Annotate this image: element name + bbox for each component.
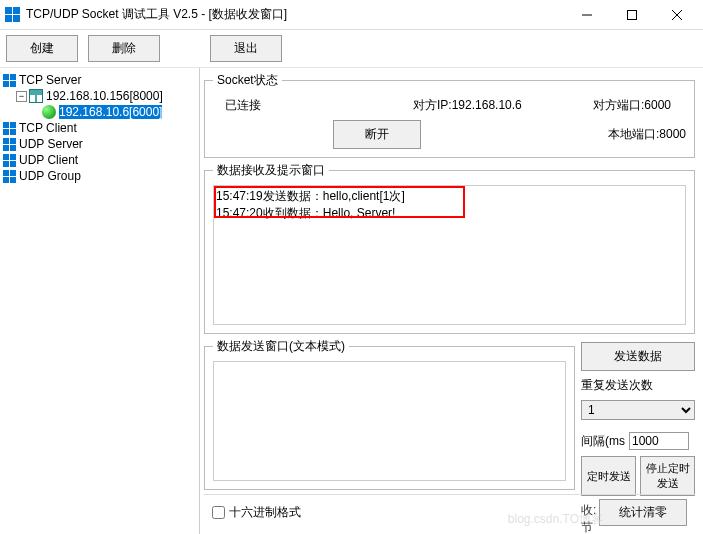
delete-button[interactable]: 删除 [88,35,160,62]
repeat-label: 重复发送次数 [581,377,695,394]
tree-tcp-server[interactable]: TCP Server [2,72,197,88]
app-icon [4,7,20,23]
repeat-select[interactable]: 1 [581,400,695,420]
server-icon [2,153,16,167]
clear-stats-button[interactable]: 统计清零 [599,499,687,526]
log-line: 15:47:19发送数据：hello,client[1次] [216,188,683,205]
disconnect-button[interactable]: 断开 [333,120,421,149]
send-textarea[interactable] [213,361,566,481]
remote-port-value: 6000 [644,98,671,112]
remote-port-label: 对方端口: [593,98,644,112]
connection-icon [42,105,56,119]
send-button[interactable]: 发送数据 [581,342,695,371]
hex-label: 十六进制格式 [229,504,301,521]
tree-host[interactable]: − 192.168.10.156[8000] [2,88,197,104]
receive-legend: 数据接收及提示窗口 [213,162,329,179]
send-group: 数据发送窗口(文本模式) [204,338,575,490]
minimize-button[interactable] [564,1,609,29]
receive-log[interactable]: 15:47:19发送数据：hello,client[1次] 15:47:20收到… [213,185,686,325]
tree-client-connection[interactable]: 192.168.10.6[6000] [2,104,197,120]
hex-mode-row: 十六进制格式 [212,504,301,521]
maximize-button[interactable] [609,1,654,29]
host-icon [29,89,43,103]
tree-udp-client[interactable]: UDP Client [2,152,197,168]
hex-checkbox[interactable] [212,506,225,519]
server-icon [2,169,16,183]
tree-udp-server[interactable]: UDP Server [2,136,197,152]
server-icon [2,121,16,135]
receive-group: 数据接收及提示窗口 15:47:19发送数据：hello,client[1次] … [204,162,695,334]
server-icon [2,137,16,151]
local-port-value: 8000 [659,127,686,141]
remote-ip-label: 对方IP: [413,98,452,112]
tree-tcp-client[interactable]: TCP Client [2,120,197,136]
timed-send-button[interactable]: 定时发送 [581,456,636,496]
send-legend: 数据发送窗口(文本模式) [213,338,349,355]
log-line: 15:47:20收到数据：Hello, Server! [216,205,683,222]
connection-tree[interactable]: TCP Server − 192.168.10.156[8000] 192.16… [0,68,200,534]
close-button[interactable] [654,1,699,29]
window-title: TCP/UDP Socket 调试工具 V2.5 - [数据收发窗口] [26,6,564,23]
svg-rect-1 [627,10,636,19]
socket-status-group: Socket状态 已连接 对方IP:192.168.10.6 对方端口:6000… [204,72,695,158]
connected-label: 已连接 [213,95,413,116]
toolbar: 创建 删除 退出 [0,30,703,68]
stop-timed-button[interactable]: 停止定时发送 [640,456,695,496]
tree-udp-group[interactable]: UDP Group [2,168,197,184]
status-legend: Socket状态 [213,72,282,89]
remote-ip-value: 192.168.10.6 [452,98,522,112]
local-port-label: 本地端口: [608,127,659,141]
titlebar: TCP/UDP Socket 调试工具 V2.5 - [数据收发窗口] [0,0,703,30]
interval-input[interactable] [629,432,689,450]
exit-button[interactable]: 退出 [210,35,282,62]
collapse-icon[interactable]: − [16,91,27,102]
create-button[interactable]: 创建 [6,35,78,62]
interval-label: 间隔(ms [581,433,625,450]
server-icon [2,73,16,87]
